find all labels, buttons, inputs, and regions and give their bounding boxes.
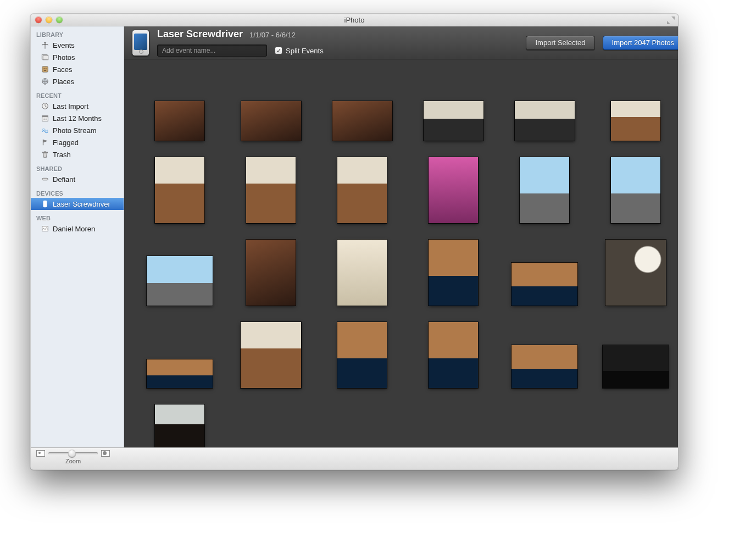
sidebar-item-flagged[interactable]: Flagged [31, 136, 124, 148]
close-button[interactable] [35, 16, 42, 23]
photo-thumbnail[interactable] [408, 234, 499, 311]
sidebar-section-header: WEB [31, 213, 124, 223]
sidebar-item-label: Last Import [53, 102, 88, 110]
clock-icon [41, 102, 49, 110]
sidebar-item-laser-screwdriver[interactable]: Laser Screwdriver [31, 198, 124, 210]
photo-thumbnail[interactable] [225, 96, 316, 146]
sidebar: LIBRARYEventsPhotosFacesPlacesRECENTLast… [31, 26, 124, 469]
sidebar-item-label: Last 12 Months [53, 114, 102, 123]
zoom-out-icon[interactable] [36, 450, 45, 457]
sidebar-section-header: LIBRARY [31, 30, 124, 39]
sidebar-item-defiant[interactable]: Defiant [31, 173, 124, 185]
sidebar-item-label: Photos [53, 53, 75, 62]
zoom-slider-knob[interactable] [68, 450, 76, 457]
photo-thumbnail[interactable] [408, 317, 499, 394]
photo-thumbnail[interactable] [316, 234, 408, 311]
photo-thumbnail[interactable] [316, 96, 408, 146]
photo-thumbnail[interactable] [225, 152, 316, 229]
zoom-button[interactable] [56, 16, 63, 23]
photo-thumbnail[interactable] [408, 152, 499, 229]
photo-thumbnail[interactable] [590, 340, 679, 394]
fullscreen-button[interactable] [667, 16, 675, 24]
gallery-icon [41, 224, 49, 233]
sidebar-item-faces[interactable]: Faces [31, 63, 124, 75]
sidebar-item-photos[interactable]: Photos [31, 51, 124, 63]
import-selected-button[interactable]: Import Selected [526, 36, 594, 50]
photo-thumbnail[interactable] [134, 251, 225, 311]
import-all-label: Import 2047 Photos [612, 38, 674, 47]
photo-thumbnail[interactable] [134, 96, 225, 146]
bottom-toolbar: Zoom [31, 447, 678, 469]
sidebar-item-photo-stream[interactable]: Photo Stream [31, 124, 124, 136]
svg-rect-13 [44, 202, 46, 206]
photo-thumbnail[interactable] [225, 234, 316, 311]
sidebar-item-label: Laser Screwdriver [53, 200, 110, 208]
sidebar-item-daniel-moren[interactable]: Daniel Moren [31, 223, 124, 235]
sidebar-item-events[interactable]: Events [31, 39, 124, 51]
device-name: Laser Screwdriver [157, 29, 243, 40]
photo-thumbnail[interactable] [225, 317, 316, 394]
app-window: iPhoto LIBRARYEventsPhotosFacesPlacesREC… [30, 14, 679, 470]
import-selected-label: Import Selected [535, 38, 585, 47]
sidebar-item-label: Places [53, 77, 74, 86]
titlebar: iPhoto [31, 14, 678, 26]
photo-thumbnail[interactable] [499, 340, 590, 394]
palm-icon [41, 41, 49, 49]
photo-thumbnail[interactable] [499, 257, 590, 311]
photo-thumbnail[interactable] [316, 152, 408, 229]
svg-point-3 [43, 68, 45, 69]
import-all-button[interactable]: Import 2047 Photos [603, 36, 679, 50]
svg-rect-9 [43, 152, 48, 153]
sidebar-item-label: Trash [53, 151, 71, 159]
calendar-icon [41, 114, 49, 123]
svg-rect-11 [42, 178, 48, 180]
sidebar-section-header: DEVICES [31, 189, 124, 198]
photo-thumbnail[interactable] [134, 354, 225, 394]
svg-point-14 [45, 206, 45, 207]
zoom-label: Zoom [65, 458, 81, 464]
sidebar-item-trash[interactable]: Trash [31, 148, 124, 160]
date-range: 1/1/07 - 6/6/12 [249, 31, 296, 39]
photo-thumbnail[interactable] [590, 152, 679, 229]
sidebar-item-label: Daniel Moren [53, 225, 95, 233]
photo-thumbnail[interactable] [134, 152, 225, 229]
photo-thumbnail[interactable] [499, 152, 590, 229]
window-title: iPhoto [344, 16, 365, 24]
sidebar-section-header: RECENT [31, 91, 124, 100]
stream-icon [41, 126, 49, 135]
photo-thumbnail[interactable] [499, 96, 590, 146]
photo-thumbnail[interactable] [408, 96, 499, 146]
iphone-icon [132, 30, 149, 56]
globe-icon [41, 77, 49, 86]
photo-grid-scroll[interactable] [124, 59, 679, 469]
photo-thumbnail[interactable] [316, 317, 408, 394]
event-name-input[interactable] [157, 45, 267, 57]
split-events-checkbox[interactable]: ✓ [275, 47, 282, 54]
split-events-label: Split Events [286, 47, 324, 55]
zoom-slider[interactable] [48, 452, 98, 455]
content-area: Laser Screwdriver 1/1/07 - 6/6/12 ✓ Spli… [124, 26, 679, 469]
photos-icon [41, 53, 49, 62]
sidebar-item-places[interactable]: Places [31, 75, 124, 87]
sidebar-item-last-import[interactable]: Last Import [31, 100, 124, 112]
photo-thumbnail[interactable] [590, 234, 679, 311]
sidebar-item-label: Photo Stream [53, 126, 97, 135]
svg-rect-1 [43, 56, 48, 60]
import-toolbar: Laser Screwdriver 1/1/07 - 6/6/12 ✓ Spli… [124, 26, 679, 59]
iphone-icon [41, 200, 49, 208]
svg-point-4 [46, 68, 47, 69]
face-icon [41, 65, 49, 74]
svg-rect-8 [42, 116, 48, 118]
minimize-button[interactable] [46, 16, 52, 23]
sidebar-section-header: SHARED [31, 164, 124, 173]
sidebar-item-last-12-months[interactable]: Last 12 Months [31, 112, 124, 124]
sidebar-item-label: Events [53, 41, 75, 49]
sidebar-item-label: Defiant [53, 175, 75, 184]
photo-thumbnail[interactable] [590, 96, 679, 146]
svg-rect-2 [42, 67, 48, 73]
svg-rect-10 [44, 151, 46, 152]
trash-icon [41, 150, 49, 159]
flag-icon [41, 138, 49, 147]
sidebar-item-label: Faces [53, 65, 72, 74]
zoom-in-icon[interactable] [101, 450, 110, 457]
